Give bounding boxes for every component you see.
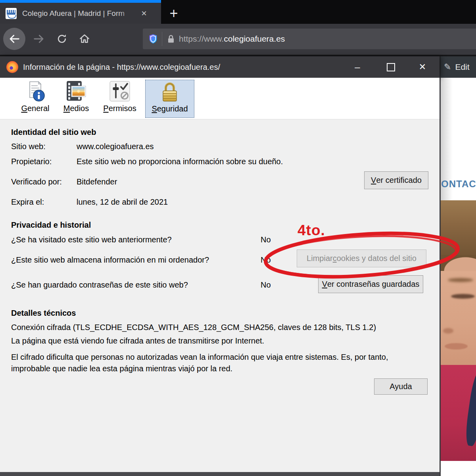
- identity-row-label: Expira el:: [11, 198, 44, 207]
- technical-line2: La página que está viendo fue cifrada an…: [11, 336, 264, 345]
- firefox-icon: [6, 61, 18, 73]
- home-button[interactable]: [73, 28, 96, 50]
- url-text[interactable]: https://www.colegioafuera.es: [179, 34, 285, 44]
- forward-button[interactable]: [28, 28, 50, 50]
- dialog-title: Información de la página - https://www.c…: [23, 63, 220, 72]
- technical-heading: Detalles técnicos: [11, 309, 76, 318]
- dialog-maximize-button[interactable]: [377, 56, 405, 78]
- identity-row-value: lunes, 12 de abril de 2021: [77, 198, 168, 207]
- active-tab-accent-line: [0, 0, 161, 3]
- photo-hairline: [441, 255, 476, 271]
- tab-medios[interactable]: Medios: [58, 80, 94, 117]
- tab-seguridad-label: Seguridad: [152, 104, 188, 113]
- privacy-heading: Privacidad e historial: [11, 221, 91, 230]
- admin-edit-bar[interactable]: ✎ Edit: [440, 56, 476, 78]
- screenshot-stage: Colegio Afuera | Madrid | Form ✕ +: [0, 0, 476, 476]
- privacy-question: ¿Se han guardado contraseñas de este sit…: [11, 280, 188, 290]
- url-domain: colegioafuera.es: [224, 34, 285, 43]
- permissions-sliders-icon: [108, 80, 131, 103]
- browser-tab-bar: Colegio Afuera | Madrid | Form ✕ +: [0, 0, 476, 24]
- reload-button[interactable]: [51, 28, 73, 50]
- media-filmstrip-icon: [65, 80, 88, 103]
- home-icon: [79, 33, 90, 45]
- minimize-icon: –: [355, 63, 360, 71]
- dialog-title-bar[interactable]: Información de la página - https://www.c…: [0, 56, 440, 78]
- privacy-question: ¿Se ha visitado este sitio web anteriorm…: [11, 235, 172, 244]
- security-padlock-icon: [159, 80, 181, 103]
- back-button[interactable]: [3, 28, 25, 50]
- close-icon: ✕: [419, 62, 426, 72]
- technical-line1: Conexión cifrada (TLS_ECDHE_ECDSA_WITH_A…: [11, 323, 376, 332]
- tab-permisos-label: Permisos: [103, 104, 136, 113]
- dialog-minimize-button[interactable]: –: [344, 56, 371, 78]
- identity-row-value: www.colegioafuera.es: [77, 142, 154, 151]
- photo-eyebrow: [448, 278, 473, 282]
- identity-heading: Identidad del sitio web: [11, 128, 96, 137]
- new-tab-button[interactable]: +: [165, 5, 182, 22]
- clear-cookies-button[interactable]: Limpiar cookies y datos del sitio: [297, 250, 426, 267]
- privacy-question: ¿Este sitio web almacena información en …: [11, 255, 209, 265]
- view-certificate-button[interactable]: Ver certificado: [364, 171, 428, 189]
- privacy-answer: No: [261, 280, 271, 290]
- site-favicon: [6, 8, 17, 19]
- privacy-answer: No: [261, 235, 271, 244]
- tab-general-label: General: [21, 104, 49, 113]
- photo-face: [441, 269, 476, 367]
- dialog-close-button[interactable]: ✕: [409, 56, 436, 78]
- photo-nose: [443, 328, 453, 334]
- tab-title-fade: [119, 8, 137, 19]
- tab-close-icon[interactable]: ✕: [137, 9, 151, 18]
- privacy-answer: No: [261, 255, 271, 265]
- identity-row-value: Este sitio web no proporciona informació…: [77, 157, 283, 166]
- url-scheme: https://www.: [179, 34, 224, 43]
- forward-arrow-icon: [33, 33, 45, 45]
- identity-row-label: Verificado por:: [11, 177, 62, 186]
- pencil-icon: ✎: [444, 62, 451, 72]
- url-bar-divider: [162, 32, 162, 46]
- maximize-icon: [387, 63, 395, 71]
- https-lock-icon[interactable]: [166, 34, 176, 44]
- tracking-protection-shield-icon[interactable]: [148, 33, 159, 45]
- tab-seguridad[interactable]: Seguridad: [145, 80, 194, 118]
- help-button[interactable]: Ayuda: [374, 378, 428, 395]
- reload-icon: [56, 33, 67, 44]
- general-info-icon: [24, 80, 46, 103]
- tab-permisos[interactable]: Permisos: [99, 80, 140, 117]
- child-photo: [441, 200, 476, 461]
- tab-medios-label: Medios: [63, 104, 89, 113]
- photo-hair: [441, 200, 476, 260]
- view-passwords-button[interactable]: Ver contraseñas guardadas: [318, 275, 423, 293]
- technical-paragraph: El cifrado dificulta que personas no aut…: [11, 351, 426, 374]
- identity-row-value: Bitdefender: [77, 177, 117, 186]
- identity-row-label: Propietario:: [11, 157, 52, 166]
- url-bar[interactable]: https://www.colegioafuera.es: [143, 29, 476, 49]
- annotation-step-label: 4to.: [298, 222, 325, 239]
- photo-mouth: [445, 343, 468, 349]
- browser-tab[interactable]: Colegio Afuera | Madrid | Form ✕: [0, 3, 161, 24]
- dialog-bottom-edge: [0, 472, 440, 476]
- photo-eye: [451, 294, 475, 299]
- tab-general[interactable]: General: [17, 80, 53, 117]
- back-arrow-icon: [8, 33, 20, 45]
- contact-nav-link[interactable]: ONTACTO: [441, 178, 476, 191]
- page-bottom-area: [441, 461, 476, 476]
- admin-edit-label: Edit: [455, 62, 469, 72]
- identity-row-label: Sitio web:: [11, 142, 46, 151]
